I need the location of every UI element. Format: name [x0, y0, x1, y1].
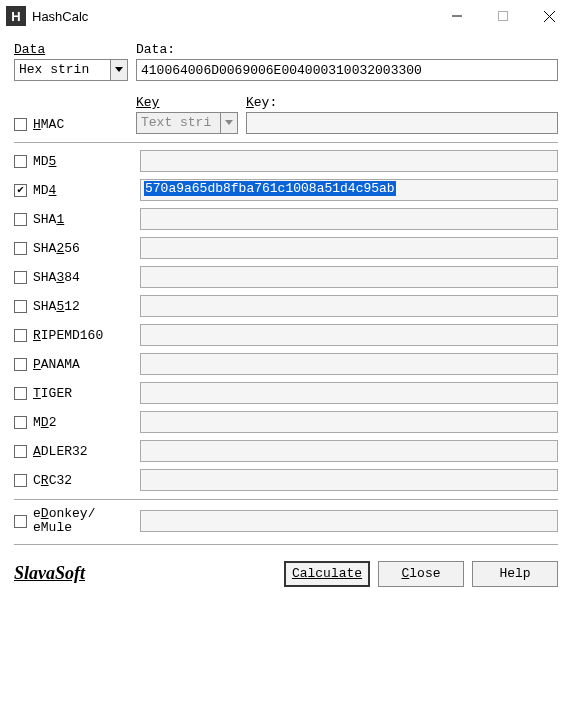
data-format-value[interactable]: Hex strin	[14, 59, 110, 81]
md4-checkbox[interactable]	[14, 184, 27, 197]
key-format-label: Key	[136, 95, 238, 110]
hash-row-sha384: SHA384	[14, 266, 558, 288]
hash-row-sha256: SHA256	[14, 237, 558, 259]
sha512-output[interactable]	[140, 295, 558, 317]
sha256-label: SHA256	[33, 241, 80, 256]
hmac-checkbox[interactable]	[14, 118, 27, 131]
window-controls	[434, 0, 572, 32]
data-input[interactable]	[136, 59, 558, 81]
panama-output[interactable]	[140, 353, 558, 375]
edonkey-output[interactable]	[140, 510, 558, 532]
close-button[interactable]: Close	[378, 561, 464, 587]
svg-marker-4	[115, 67, 123, 72]
tiger-checkbox[interactable]	[14, 387, 27, 400]
hash-row-crc32: CRC32	[14, 469, 558, 491]
ripemd160-checkbox[interactable]	[14, 329, 27, 342]
md5-checkbox[interactable]	[14, 155, 27, 168]
key-format-value: Text stri	[136, 112, 220, 134]
data-value-label: Data:	[136, 42, 558, 57]
adler32-output[interactable]	[140, 440, 558, 462]
hash-row-md4: MD4570a9a65db8fba761c1008a51d4c95ab	[14, 179, 558, 201]
help-button[interactable]: Help	[472, 561, 558, 587]
close-window-button[interactable]	[526, 0, 572, 32]
sha384-output[interactable]	[140, 266, 558, 288]
ripemd160-label: RIPEMD160	[33, 328, 103, 343]
separator	[14, 142, 558, 143]
hash-row-ripemd160: RIPEMD160	[14, 324, 558, 346]
tiger-output[interactable]	[140, 382, 558, 404]
md5-output[interactable]	[140, 150, 558, 172]
md2-label: MD2	[33, 415, 56, 430]
hash-row-tiger: TIGER	[14, 382, 558, 404]
crc32-checkbox[interactable]	[14, 474, 27, 487]
md2-output[interactable]	[140, 411, 558, 433]
crc32-label: CRC32	[33, 473, 72, 488]
sha384-checkbox[interactable]	[14, 271, 27, 284]
separator	[14, 544, 558, 545]
app-icon: H	[6, 6, 26, 26]
md4-label: MD4	[33, 183, 56, 198]
brand-label: SlavaSoft	[14, 563, 85, 584]
adler32-label: ADLER32	[33, 444, 88, 459]
window-title: HashCalc	[32, 9, 88, 24]
panama-label: PANAMA	[33, 357, 80, 372]
hash-row-adler32: ADLER32	[14, 440, 558, 462]
edonkey-label: eDonkey/eMule	[33, 507, 95, 536]
md2-checkbox[interactable]	[14, 416, 27, 429]
tiger-label: TIGER	[33, 386, 72, 401]
svg-marker-5	[225, 120, 233, 125]
panama-checkbox[interactable]	[14, 358, 27, 371]
hash-row-md5: MD5	[14, 150, 558, 172]
minimize-button[interactable]	[434, 0, 480, 32]
hash-row-panama: PANAMA	[14, 353, 558, 375]
close-button-label: Close	[401, 566, 440, 581]
md5-label: MD5	[33, 154, 56, 169]
hash-row-sha512: SHA512	[14, 295, 558, 317]
data-format-label: Data	[14, 42, 128, 57]
adler32-checkbox[interactable]	[14, 445, 27, 458]
md4-output[interactable]: 570a9a65db8fba761c1008a51d4c95ab	[140, 179, 558, 201]
sha1-checkbox[interactable]	[14, 213, 27, 226]
sha512-checkbox[interactable]	[14, 300, 27, 313]
hash-row-edonkey: eDonkey/eMule	[14, 507, 558, 536]
calculate-button[interactable]: Calculate	[284, 561, 370, 587]
key-format-combo: Text stri	[136, 112, 238, 134]
maximize-button	[480, 0, 526, 32]
key-value-label: Key:	[246, 95, 558, 110]
data-format-combo[interactable]: Hex strin	[14, 59, 128, 81]
sha384-label: SHA384	[33, 270, 80, 285]
sha512-label: SHA512	[33, 299, 80, 314]
sha1-label: SHA1	[33, 212, 64, 227]
hash-row-sha1: SHA1	[14, 208, 558, 230]
ripemd160-output[interactable]	[140, 324, 558, 346]
sha1-output[interactable]	[140, 208, 558, 230]
dropdown-icon	[220, 112, 238, 134]
titlebar: H HashCalc	[0, 0, 572, 32]
sha256-checkbox[interactable]	[14, 242, 27, 255]
dropdown-icon[interactable]	[110, 59, 128, 81]
edonkey-checkbox[interactable]	[14, 515, 27, 528]
separator	[14, 499, 558, 500]
sha256-output[interactable]	[140, 237, 558, 259]
crc32-output[interactable]	[140, 469, 558, 491]
svg-rect-1	[499, 12, 508, 21]
key-input	[246, 112, 558, 134]
hash-row-md2: MD2	[14, 411, 558, 433]
hmac-label: HMAC	[33, 117, 64, 132]
